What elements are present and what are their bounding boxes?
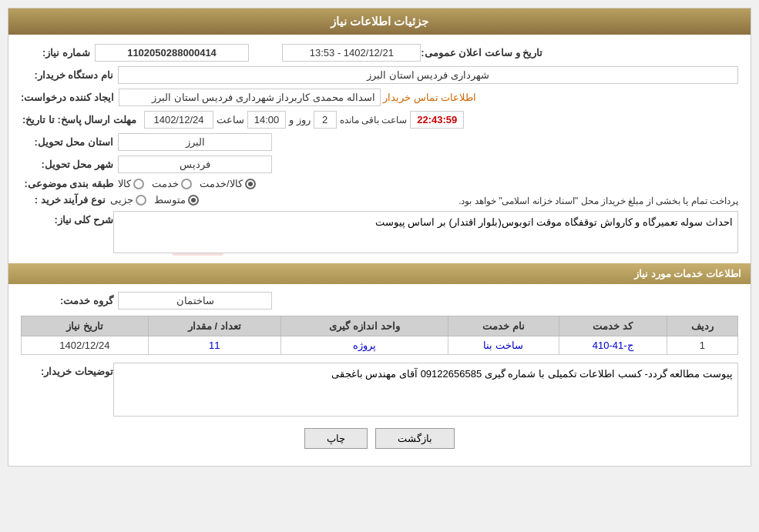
shahr-label: شهر محل تحویل: <box>21 159 113 170</box>
grohe-value: ساختمان <box>118 292 272 309</box>
farayand-radio-group: متوسط جزیی <box>110 194 199 206</box>
tabaqe-radio-group: کالا/خدمت خدمت کالا <box>118 178 256 189</box>
farayand-label: نوع فرآیند خرید : <box>21 194 106 206</box>
mohlat-saat-value: 14:00 <box>247 111 286 129</box>
col-tedad: تعداد / مقدار <box>148 316 280 336</box>
grohe-label: گروه خدمت: <box>21 295 113 306</box>
radio-motavaset-icon <box>188 195 199 206</box>
shahr-value: فردیس <box>118 156 272 173</box>
services-header: اطلاعات خدمات مورد نیاز <box>8 263 751 284</box>
mohlat-roz-value: 2 <box>314 111 337 129</box>
radio-khadamat-label: خدمت <box>152 178 179 189</box>
page-title: جزئیات اطلاعات نیاز <box>8 8 751 35</box>
ostan-value: البرز <box>118 133 272 151</box>
description-textarea <box>113 363 738 417</box>
tarikh-elam-value: 1402/12/21 - 13:53 <box>282 44 421 62</box>
ijad-konande-label: ایجاد کننده درخواست: <box>21 92 114 103</box>
radio-kala[interactable]: کالا <box>118 178 144 189</box>
ostan-label: استان محل تحویل: <box>21 136 113 148</box>
shomare-niaz-value: 1102050288000414 <box>95 44 249 62</box>
countdown-value: 22:43:59 <box>410 111 464 129</box>
col-kod: کد خدمت <box>559 316 667 336</box>
radio-motavaset-label: متوسط <box>154 194 186 206</box>
col-radif: ردیف <box>667 316 737 336</box>
back-button[interactable]: بازگشت <box>375 428 455 449</box>
mohlat-saat-label: ساعت <box>217 114 244 125</box>
bottom-buttons: بازگشت چاپ <box>21 428 738 457</box>
cell-vahed: پروژه <box>280 336 448 355</box>
radio-kala-khadamat-label: کالا/خدمت <box>200 178 243 189</box>
radio-jozi-label: جزیی <box>110 194 133 206</box>
services-table: ردیف کد خدمت نام خدمت واحد اندازه گیری ت… <box>21 316 738 355</box>
col-nam: نام خدمت <box>448 316 559 336</box>
radio-khadamat[interactable]: خدمت <box>152 178 192 189</box>
shomare-niaz-label: شماره نیاز: <box>21 47 90 59</box>
cell-tedad: 11 <box>148 336 280 355</box>
radio-motavaset[interactable]: متوسط <box>154 194 199 206</box>
print-button[interactable]: چاپ <box>304 428 368 449</box>
radio-jozi-icon <box>136 195 146 206</box>
cell-nam: ساخت بنا <box>448 336 559 355</box>
mohlat-label: مهلت ارسال پاسخ: تا تاریخ: <box>21 114 136 125</box>
sharh-textarea <box>113 211 738 253</box>
nam-dastgah-label: نام دستگاه خریدار: <box>21 69 113 81</box>
mohlat-roz-label: روز و <box>289 114 311 125</box>
col-vahed: واحد اندازه گیری <box>280 316 448 336</box>
table-row: 1 ج-41-410 ساخت بنا پروژه 11 1402/12/24 <box>22 336 738 355</box>
col-tarikh: تاریخ نیاز <box>22 316 149 336</box>
tarikh-elam-label: تاریخ و ساعت اعلان عمومی: <box>421 47 542 59</box>
tabaqe-label: طبقه بندی موضوعی: <box>21 178 113 189</box>
cell-kod: ج-41-410 <box>559 336 667 355</box>
sharh-label: شرح کلی نیاز: <box>21 211 113 226</box>
radio-kala-icon <box>133 179 144 189</box>
ijad-konande-value: اسداله محمدی کاربرداز شهرداری فردیس استا… <box>119 89 381 106</box>
cell-radif: 1 <box>667 336 737 355</box>
description-label: توضیحات خریدار: <box>21 363 113 377</box>
farayand-note: پرداخت تمام یا بخشی از مبلغ خریداز محل "… <box>202 194 738 206</box>
radio-jozi[interactable]: جزیی <box>110 194 146 206</box>
radio-kala-khadamat[interactable]: کالا/خدمت <box>200 178 256 189</box>
countdown-label: ساعت باقی مانده <box>340 115 408 125</box>
radio-kala-label: کالا <box>118 178 131 189</box>
nam-dastgah-value: شهرداری فردیس استان البرز <box>118 66 738 84</box>
cell-tarikh: 1402/12/24 <box>22 336 149 355</box>
radio-kala-khadamat-icon <box>245 179 256 189</box>
contact-link[interactable]: اطلاعات تماس خریدار <box>383 92 476 103</box>
mohlat-date-value: 1402/12/24 <box>144 111 213 129</box>
radio-khadamat-icon <box>181 179 192 189</box>
